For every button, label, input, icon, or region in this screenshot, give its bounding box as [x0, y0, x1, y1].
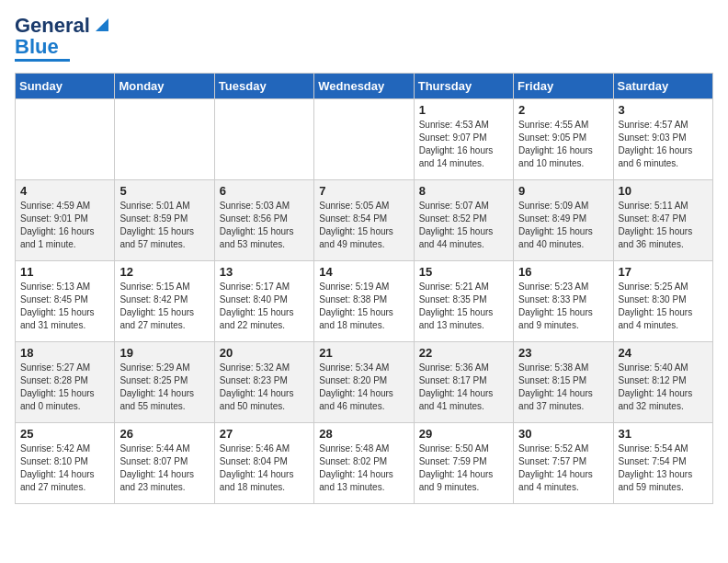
calendar-cell: 5Sunrise: 5:01 AM Sunset: 8:59 PM Daylig…	[115, 180, 214, 261]
day-number: 5	[119, 184, 209, 198]
day-info: Sunrise: 5:34 AM Sunset: 8:20 PM Dayligh…	[319, 362, 408, 413]
day-info: Sunrise: 5:32 AM Sunset: 8:23 PM Dayligh…	[220, 362, 309, 413]
day-info: Sunrise: 5:01 AM Sunset: 8:59 PM Dayligh…	[119, 200, 209, 251]
calendar-cell: 12Sunrise: 5:15 AM Sunset: 8:42 PM Dayli…	[115, 261, 214, 342]
day-info: Sunrise: 5:23 AM Sunset: 8:33 PM Dayligh…	[518, 281, 608, 332]
day-number: 1	[419, 103, 508, 117]
calendar-table: SundayMondayTuesdayWednesdayThursdayFrid…	[15, 73, 713, 504]
calendar-cell: 22Sunrise: 5:36 AM Sunset: 8:17 PM Dayli…	[414, 342, 513, 423]
calendar-cell: 29Sunrise: 5:50 AM Sunset: 7:59 PM Dayli…	[414, 423, 513, 504]
day-number: 6	[220, 184, 309, 198]
header-thursday: Thursday	[414, 74, 513, 99]
calendar-cell	[16, 99, 115, 180]
day-number: 12	[119, 265, 209, 279]
day-info: Sunrise: 4:57 AM Sunset: 9:03 PM Dayligh…	[619, 119, 708, 170]
day-number: 23	[518, 346, 608, 360]
calendar-cell	[214, 99, 313, 180]
day-info: Sunrise: 5:46 AM Sunset: 8:04 PM Dayligh…	[220, 442, 309, 494]
day-info: Sunrise: 5:21 AM Sunset: 8:35 PM Dayligh…	[419, 281, 508, 332]
calendar-cell: 27Sunrise: 5:46 AM Sunset: 8:04 PM Dayli…	[214, 423, 313, 504]
day-number: 21	[319, 346, 408, 360]
calendar-cell: 10Sunrise: 5:11 AM Sunset: 8:47 PM Dayli…	[613, 180, 712, 261]
day-info: Sunrise: 5:09 AM Sunset: 8:49 PM Dayligh…	[518, 200, 608, 251]
day-info: Sunrise: 4:55 AM Sunset: 9:05 PM Dayligh…	[518, 119, 608, 170]
day-info: Sunrise: 4:53 AM Sunset: 9:07 PM Dayligh…	[419, 119, 508, 170]
calendar-cell: 6Sunrise: 5:03 AM Sunset: 8:56 PM Daylig…	[214, 180, 313, 261]
header-monday: Monday	[115, 74, 214, 99]
calendar-cell: 30Sunrise: 5:52 AM Sunset: 7:57 PM Dayli…	[514, 423, 613, 504]
day-number: 30	[518, 427, 608, 441]
calendar-cell: 16Sunrise: 5:23 AM Sunset: 8:33 PM Dayli…	[514, 261, 613, 342]
day-info: Sunrise: 5:05 AM Sunset: 8:54 PM Dayligh…	[319, 200, 408, 251]
day-number: 8	[419, 184, 508, 198]
day-number: 31	[619, 427, 708, 441]
day-number: 19	[119, 346, 209, 360]
page-header: General Blue	[15, 15, 713, 62]
day-info: Sunrise: 5:19 AM Sunset: 8:38 PM Dayligh…	[319, 281, 408, 332]
day-info: Sunrise: 5:48 AM Sunset: 8:02 PM Dayligh…	[319, 442, 408, 494]
day-number: 15	[419, 265, 508, 279]
day-info: Sunrise: 5:36 AM Sunset: 8:17 PM Dayligh…	[419, 362, 508, 413]
day-info: Sunrise: 5:25 AM Sunset: 8:30 PM Dayligh…	[619, 281, 708, 332]
calendar-week-row: 1Sunrise: 4:53 AM Sunset: 9:07 PM Daylig…	[16, 99, 713, 180]
calendar-cell: 11Sunrise: 5:13 AM Sunset: 8:45 PM Dayli…	[16, 261, 115, 342]
header-saturday: Saturday	[613, 74, 712, 99]
calendar-cell: 4Sunrise: 4:59 AM Sunset: 9:01 PM Daylig…	[16, 180, 115, 261]
day-info: Sunrise: 5:50 AM Sunset: 7:59 PM Dayligh…	[419, 442, 508, 494]
day-info: Sunrise: 5:27 AM Sunset: 8:28 PM Dayligh…	[20, 362, 109, 413]
logo-icon	[92, 15, 112, 35]
day-info: Sunrise: 5:13 AM Sunset: 8:45 PM Dayligh…	[20, 281, 109, 332]
day-number: 28	[319, 427, 408, 441]
day-number: 3	[619, 103, 708, 117]
calendar-cell: 26Sunrise: 5:44 AM Sunset: 8:07 PM Dayli…	[115, 423, 214, 504]
calendar-cell: 24Sunrise: 5:40 AM Sunset: 8:12 PM Dayli…	[613, 342, 712, 423]
calendar-week-row: 4Sunrise: 4:59 AM Sunset: 9:01 PM Daylig…	[16, 180, 713, 261]
day-number: 27	[220, 427, 309, 441]
day-number: 17	[619, 265, 708, 279]
day-number: 4	[20, 184, 109, 198]
calendar-cell: 17Sunrise: 5:25 AM Sunset: 8:30 PM Dayli…	[613, 261, 712, 342]
calendar-cell: 23Sunrise: 5:38 AM Sunset: 8:15 PM Dayli…	[514, 342, 613, 423]
calendar-cell: 18Sunrise: 5:27 AM Sunset: 8:28 PM Dayli…	[16, 342, 115, 423]
calendar-week-row: 11Sunrise: 5:13 AM Sunset: 8:45 PM Dayli…	[16, 261, 713, 342]
calendar-cell: 13Sunrise: 5:17 AM Sunset: 8:40 PM Dayli…	[214, 261, 313, 342]
calendar-cell: 19Sunrise: 5:29 AM Sunset: 8:25 PM Dayli…	[115, 342, 214, 423]
calendar-cell: 15Sunrise: 5:21 AM Sunset: 8:35 PM Dayli…	[414, 261, 513, 342]
day-info: Sunrise: 5:40 AM Sunset: 8:12 PM Dayligh…	[619, 362, 708, 413]
logo-underline	[15, 59, 70, 62]
header-wednesday: Wednesday	[314, 74, 414, 99]
header-tuesday: Tuesday	[214, 74, 313, 99]
day-number: 24	[619, 346, 708, 360]
calendar-cell: 2Sunrise: 4:55 AM Sunset: 9:05 PM Daylig…	[514, 99, 613, 180]
calendar-cell: 9Sunrise: 5:09 AM Sunset: 8:49 PM Daylig…	[514, 180, 613, 261]
day-number: 13	[220, 265, 309, 279]
day-number: 29	[419, 427, 508, 441]
calendar-cell: 21Sunrise: 5:34 AM Sunset: 8:20 PM Dayli…	[314, 342, 414, 423]
day-info: Sunrise: 5:17 AM Sunset: 8:40 PM Dayligh…	[220, 281, 309, 332]
day-info: Sunrise: 5:15 AM Sunset: 8:42 PM Dayligh…	[119, 281, 209, 332]
svg-marker-0	[96, 18, 108, 31]
day-number: 20	[220, 346, 309, 360]
calendar-cell: 1Sunrise: 4:53 AM Sunset: 9:07 PM Daylig…	[414, 99, 513, 180]
day-number: 9	[518, 184, 608, 198]
calendar-cell: 8Sunrise: 5:07 AM Sunset: 8:52 PM Daylig…	[414, 180, 513, 261]
day-info: Sunrise: 5:07 AM Sunset: 8:52 PM Dayligh…	[419, 200, 508, 251]
logo-text: General	[15, 16, 90, 36]
day-number: 16	[518, 265, 608, 279]
day-number: 7	[319, 184, 408, 198]
calendar-cell: 14Sunrise: 5:19 AM Sunset: 8:38 PM Dayli…	[314, 261, 414, 342]
logo: General Blue	[15, 15, 112, 62]
day-number: 22	[419, 346, 508, 360]
day-info: Sunrise: 5:38 AM Sunset: 8:15 PM Dayligh…	[518, 362, 608, 413]
day-number: 18	[20, 346, 109, 360]
calendar-cell: 20Sunrise: 5:32 AM Sunset: 8:23 PM Dayli…	[214, 342, 313, 423]
days-header-row: SundayMondayTuesdayWednesdayThursdayFrid…	[16, 74, 713, 99]
day-info: Sunrise: 5:03 AM Sunset: 8:56 PM Dayligh…	[220, 200, 309, 251]
day-number: 11	[20, 265, 109, 279]
logo-blue: Blue	[15, 37, 59, 57]
day-info: Sunrise: 5:54 AM Sunset: 7:54 PM Dayligh…	[619, 442, 708, 494]
calendar-cell: 31Sunrise: 5:54 AM Sunset: 7:54 PM Dayli…	[613, 423, 712, 504]
day-info: Sunrise: 5:42 AM Sunset: 8:10 PM Dayligh…	[20, 442, 109, 494]
calendar-cell: 3Sunrise: 4:57 AM Sunset: 9:03 PM Daylig…	[613, 99, 712, 180]
calendar-cell: 7Sunrise: 5:05 AM Sunset: 8:54 PM Daylig…	[314, 180, 414, 261]
